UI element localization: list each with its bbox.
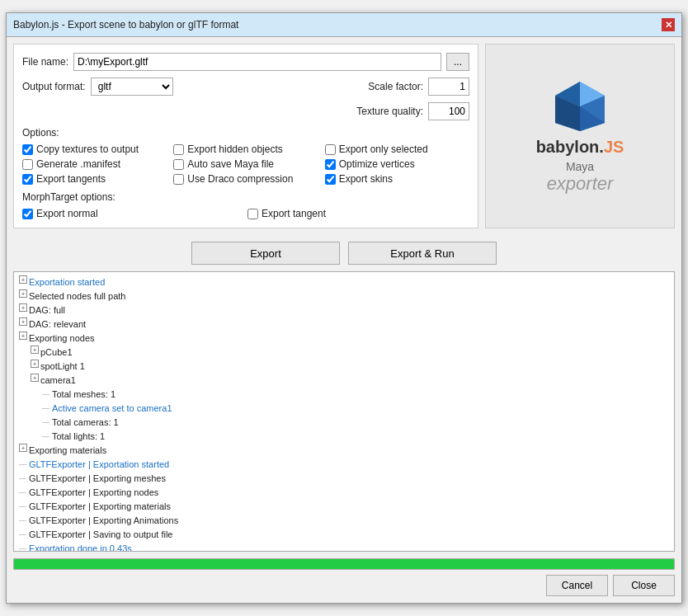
main-content: File name: ... Output format: gltf babyl… (7, 37, 681, 235)
browse-button[interactable]: ... (446, 53, 469, 71)
option-optimize-vertices-checkbox[interactable] (325, 159, 336, 170)
export-button[interactable]: Export (191, 242, 340, 265)
morph-export-normal: Export normal (22, 208, 244, 219)
log-item: —Active camera set to camera1 (19, 402, 669, 415)
option-optimize-vertices: Optimize vertices (325, 158, 469, 170)
option-generate-manifest-label: Generate .manifest (36, 158, 120, 170)
options-grid: Copy textures to output Export hidden ob… (22, 143, 469, 185)
log-item: —GLTFExporter | Exportation started (19, 458, 669, 471)
log-expand-icon[interactable]: + (31, 374, 39, 382)
log-item: —Total cameras: 1 (19, 416, 669, 429)
log-expand-icon[interactable]: + (19, 332, 27, 340)
babylon-text2: JS (604, 138, 624, 157)
option-auto-save-label: Auto save Maya file (187, 158, 274, 170)
log-text: Exporting nodes (29, 332, 669, 345)
progress-bar-fill (14, 559, 674, 569)
log-item: —GLTFExporter | Saving to output file (19, 528, 669, 541)
morph-export-normal-label: Export normal (36, 208, 98, 219)
right-panel: babylon.JS Maya exporter (485, 44, 675, 228)
log-text: GLTFExporter | Exporting materials (29, 500, 669, 513)
close-button[interactable]: Close (613, 575, 675, 596)
left-panel: File name: ... Output format: gltf babyl… (13, 44, 478, 228)
format-scale-row: Output format: gltf babylon Scale factor… (22, 78, 469, 96)
output-format-label: Output format: (22, 81, 86, 92)
log-line-icon: — (42, 416, 52, 429)
option-export-skins-checkbox[interactable] (325, 174, 336, 185)
babylon-logo-icon (551, 78, 609, 135)
morph-export-tangent-checkbox[interactable] (247, 209, 258, 219)
log-text: DAG: full (29, 303, 669, 317)
texture-quality-label: Texture quality: (356, 106, 423, 117)
log-item: —GLTFExporter | Exporting materials (19, 500, 669, 513)
log-expand-icon[interactable]: + (31, 360, 39, 368)
log-text: GLTFExporter | Exporting Animations (29, 514, 669, 527)
log-line-icon: — (42, 388, 52, 401)
log-text: Total lights: 1 (52, 430, 669, 443)
option-export-skins-label: Export skins (339, 173, 393, 185)
file-name-label: File name: (22, 56, 68, 68)
log-text: Selected nodes full path (29, 289, 669, 303)
file-name-input[interactable] (73, 53, 441, 71)
log-expand-icon[interactable]: + (31, 346, 39, 354)
main-window: Babylon.js - Export scene to babylon or … (6, 12, 682, 604)
log-line-icon: — (42, 402, 52, 415)
option-export-selected: Export only selected (325, 143, 469, 155)
morph-export-normal-checkbox[interactable] (22, 209, 33, 219)
log-text: GLTFExporter | Exportation started (29, 458, 669, 471)
options-label: Options: (22, 127, 469, 139)
log-item: —Exportation done in 0,43s (19, 542, 669, 552)
output-format-select[interactable]: gltf babylon (91, 78, 173, 96)
log-item: —Total lights: 1 (19, 430, 669, 443)
log-text: GLTFExporter | Exporting meshes (29, 472, 669, 485)
option-copy-textures-label: Copy textures to output (36, 143, 139, 155)
log-text: Active camera set to camera1 (52, 402, 669, 415)
log-text: camera1 (40, 374, 669, 387)
log-text: Exportation done in 0,43s (29, 542, 669, 552)
texture-quality-input[interactable] (428, 102, 469, 120)
log-expand-icon[interactable]: + (19, 303, 27, 312)
log-text: pCube1 (40, 346, 669, 359)
option-copy-textures-checkbox[interactable] (22, 144, 33, 155)
exporter-subtitle2: exporter (536, 173, 624, 195)
log-text: Exportation started (29, 275, 669, 289)
option-export-tangents-label: Export tangents (36, 173, 106, 185)
option-draco: Use Draco compression (173, 173, 318, 185)
option-export-selected-checkbox[interactable] (325, 144, 336, 155)
option-draco-checkbox[interactable] (173, 174, 184, 185)
log-line-icon: — (19, 458, 29, 471)
exporter-subtitle1: Maya (536, 160, 624, 173)
option-generate-manifest-checkbox[interactable] (22, 159, 33, 170)
log-item: +Exporting materials (19, 444, 669, 457)
option-auto-save-checkbox[interactable] (173, 159, 184, 170)
babylon-text1: babylon. (536, 138, 604, 157)
log-expand-icon[interactable]: + (19, 444, 27, 452)
option-export-tangents: Export tangents (22, 173, 167, 185)
option-export-hidden-checkbox[interactable] (173, 144, 184, 155)
scale-factor-input[interactable] (428, 78, 469, 96)
export-buttons-row: Export Export & Run (7, 235, 681, 271)
option-auto-save: Auto save Maya file (173, 158, 318, 170)
log-expand-icon[interactable]: + (19, 289, 27, 298)
window-close-button[interactable]: ✕ (662, 18, 675, 31)
log-text: DAG: relevant (29, 317, 669, 331)
log-panel[interactable]: +Exportation started+Selected nodes full… (13, 271, 675, 552)
log-item: +DAG: relevant (19, 317, 669, 331)
log-expand-icon[interactable]: + (19, 317, 27, 326)
option-export-tangents-checkbox[interactable] (22, 174, 33, 185)
option-draco-label: Use Draco compression (187, 173, 293, 185)
export-run-button[interactable]: Export & Run (348, 242, 497, 265)
option-copy-textures: Copy textures to output (22, 143, 167, 155)
log-line-icon: — (19, 528, 29, 541)
cancel-button[interactable]: Cancel (546, 575, 608, 596)
scale-factor-label: Scale factor: (368, 81, 423, 92)
babylon-logo-text-row: babylon.JS (536, 138, 624, 157)
log-line-icon: — (42, 430, 52, 443)
bottom-buttons: Cancel Close (7, 575, 681, 603)
log-text: GLTFExporter | Exporting nodes (29, 486, 669, 499)
morph-options-label: MorphTarget options: (22, 191, 469, 203)
option-optimize-vertices-label: Optimize vertices (339, 158, 415, 170)
progress-bar-container (13, 558, 675, 570)
log-expand-icon[interactable]: + (19, 275, 27, 284)
log-item: +Exportation started (19, 275, 669, 289)
log-line-icon: — (19, 542, 29, 552)
